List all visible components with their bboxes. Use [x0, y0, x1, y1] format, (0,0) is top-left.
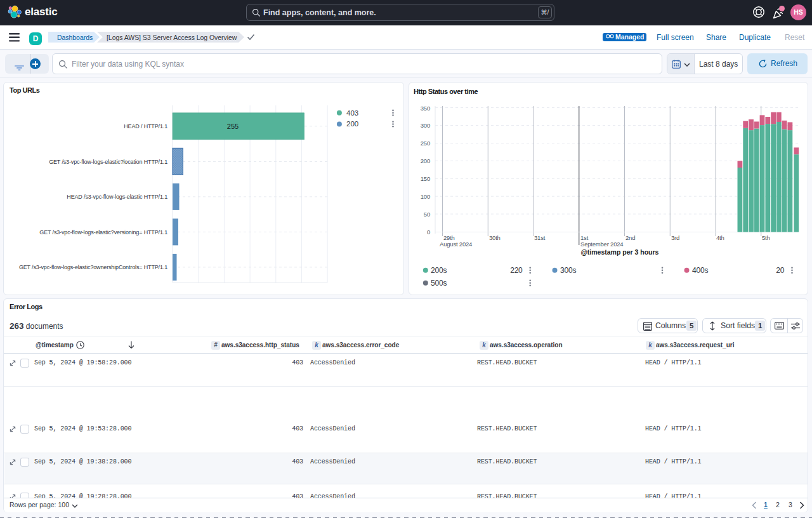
svg-text:HEAD / HTTP/1.1: HEAD / HTTP/1.1: [124, 123, 167, 130]
svg-text:255: 255: [227, 123, 239, 130]
svg-text:August 2024: August 2024: [440, 241, 472, 248]
svg-text:HEAD /s3-vpc-flow-logs-elastic: HEAD /s3-vpc-flow-logs-elastic HTTP/1.1: [67, 194, 167, 200]
svg-text:50: 50: [424, 211, 430, 218]
svg-text:200s: 200s: [431, 266, 447, 275]
svg-text:@timestamp per 3 hours: @timestamp per 3 hours: [581, 248, 659, 256]
svg-text:150: 150: [421, 175, 430, 182]
svg-text:250: 250: [421, 140, 430, 147]
svg-text:403: 403: [346, 109, 358, 117]
svg-text:September 2024: September 2024: [580, 241, 623, 248]
svg-text:200: 200: [346, 120, 358, 128]
svg-text:100: 100: [421, 193, 430, 200]
svg-text:300s: 300s: [560, 266, 576, 275]
svg-text:GET /s3-vpc-flow-logs-elastic?: GET /s3-vpc-flow-logs-elastic?ownershipC…: [19, 264, 167, 270]
svg-text:5th: 5th: [762, 234, 770, 241]
svg-text:31st: 31st: [534, 234, 546, 241]
svg-text:4th: 4th: [716, 234, 724, 241]
svg-text:220: 220: [510, 266, 523, 275]
svg-text:350: 350: [421, 105, 430, 112]
svg-text:30th: 30th: [489, 234, 501, 241]
svg-text:0: 0: [427, 229, 430, 236]
svg-text:2nd: 2nd: [625, 234, 635, 241]
svg-text:GET /s3-vpc-flow-logs-elastic?: GET /s3-vpc-flow-logs-elastic?versioning…: [39, 229, 167, 236]
svg-text:20: 20: [776, 266, 784, 275]
svg-text:3rd: 3rd: [671, 234, 679, 241]
svg-text:500s: 500s: [431, 279, 447, 288]
svg-text:GET /s3-vpc-flow-logs-elastic?: GET /s3-vpc-flow-logs-elastic?location H…: [49, 159, 167, 165]
svg-text:400s: 400s: [692, 266, 708, 275]
svg-text:300: 300: [421, 122, 430, 129]
svg-text:200: 200: [421, 157, 430, 164]
